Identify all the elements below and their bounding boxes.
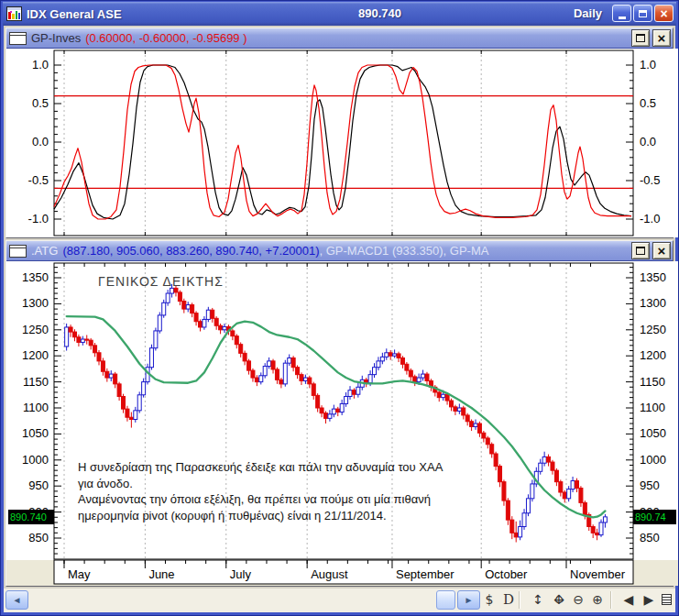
svg-text:1150: 1150 (640, 375, 665, 389)
indicator-maximize-button[interactable] (631, 29, 650, 47)
svg-text:950: 950 (28, 478, 49, 492)
svg-text:-0.5: -0.5 (640, 173, 660, 187)
svg-text:1200: 1200 (640, 348, 666, 362)
svg-text:1150: 1150 (23, 375, 49, 389)
analyst-annotation: Η συνεδρίαση της Παρασκευής έδειξε και π… (78, 459, 509, 523)
application-window: IDX General ASE 890.740 Daily × GP-Inves… (0, 0, 679, 616)
oscillator-chart[interactable]: 1.01.00.50.50.00.0-0.5-0.5-1.0-1.0 (6, 49, 678, 237)
periodicity-daily-button[interactable]: D (499, 590, 518, 610)
month-label: May (68, 567, 91, 581)
svg-text:0.0: 0.0 (32, 135, 49, 148)
minimize-icon (619, 16, 626, 19)
svg-text:1350: 1350 (22, 270, 49, 284)
svg-text:-0.5: -0.5 (28, 173, 49, 187)
month-label: June (148, 567, 174, 581)
candlestick-chart[interactable]: 8508509009009509501000100010501050110011… (6, 261, 678, 586)
svg-text:950: 950 (640, 478, 660, 492)
svg-text:0.0: 0.0 (640, 135, 656, 148)
svg-text:-1.0: -1.0 (28, 212, 49, 226)
maximize-icon (636, 247, 645, 255)
annotation-line: Η συνεδρίαση της Παρασκευής έδειξε και π… (78, 459, 509, 476)
window-titlebar[interactable]: IDX General ASE 890.740 Daily × (3, 2, 676, 26)
refresh-button[interactable]: $ (480, 590, 498, 610)
list-icon (662, 594, 672, 605)
svg-text:1100: 1100 (23, 401, 49, 414)
app-chart-icon (6, 6, 22, 21)
month-label: September (396, 567, 454, 581)
svg-text:1300: 1300 (640, 296, 666, 310)
svg-text:0.5: 0.5 (32, 96, 49, 110)
price-close-button[interactable]: × (652, 242, 671, 259)
svg-text:1000: 1000 (640, 453, 666, 467)
svg-text:0.5: 0.5 (640, 96, 656, 110)
chart-symbol-label: ΓΕΝΙΚΟΣ ΔΕΙΚΤΗΣ (98, 274, 224, 289)
svg-text:1.0: 1.0 (32, 58, 49, 72)
svg-text:850: 850 (640, 531, 660, 544)
svg-text:1050: 1050 (640, 426, 666, 440)
indicator-name: GP-Inves (31, 31, 81, 45)
indicator-panel-titlebar[interactable]: GP-Inves (0.60000, -0.60000, -0.95699 ) … (6, 28, 673, 49)
indicator-values: (0.60000, -0.60000, -0.95699 ) (85, 31, 246, 45)
scroll-chart-left-button[interactable]: ◀ (619, 590, 638, 610)
scrollbar-right-arrow[interactable]: ► (457, 590, 480, 610)
oscillator-chart-area[interactable]: 1.01.00.50.50.00.0-0.5-0.5-1.0-1.0 (6, 49, 673, 237)
price-chart-area[interactable]: 8508509009009509501000100010501050110011… (6, 261, 673, 586)
panel-window-icon (9, 32, 27, 45)
scrollbar-left-arrow[interactable]: ◄ (5, 590, 28, 610)
svg-text:-1.0: -1.0 (640, 212, 660, 226)
svg-text:1000: 1000 (22, 453, 49, 467)
indicator-panel: GP-Inves (0.60000, -0.60000, -0.95699 ) … (5, 28, 674, 238)
annotation-line: ημερομηνία pivot (κορυφή ή πυθμένας) είν… (78, 508, 509, 524)
indicator-close-button[interactable]: × (652, 29, 671, 47)
symbol-name: .ATG (31, 244, 58, 258)
chart-workspace: GP-Inves (0.60000, -0.60000, -0.95699 ) … (4, 26, 675, 588)
titlebar-last-price: 890.740 (358, 6, 401, 20)
svg-text:1100: 1100 (640, 401, 665, 414)
price-panel: .ATG (887.180, 905.060, 883.260, 890.740… (5, 240, 674, 587)
overlay-indicators-label: , GP-MACD1 (933.350), GP-MA (319, 244, 488, 258)
price-panel-titlebar[interactable]: .ATG (887.180, 905.060, 883.260, 890.740… (6, 241, 673, 261)
svg-text:1050: 1050 (22, 426, 49, 440)
month-label: November (570, 567, 626, 581)
move-button[interactable]: ↔↕ (550, 590, 568, 610)
svg-text:1300: 1300 (22, 296, 49, 310)
maximize-icon (636, 34, 645, 42)
last-price-tag-left: 890.740 (8, 510, 54, 524)
zoom-in-button[interactable]: ⊕ (588, 590, 607, 610)
move-icon: ↔↕ (550, 590, 568, 610)
bottom-toolbar: ◄ ► $D↕↔↕⊖⊕◀▶ (4, 588, 675, 612)
scroll-chart-right-button[interactable]: ▶ (640, 590, 658, 610)
svg-text:850: 850 (28, 531, 49, 544)
month-label: August (311, 567, 348, 581)
last-price-tag-right: 890.74 (633, 510, 676, 524)
fit-vertical-button[interactable]: ↕ (529, 590, 547, 610)
zoom-out-button[interactable]: ⊖ (569, 590, 587, 610)
annotation-line: για άνοδο. (78, 476, 509, 492)
window-title: IDX General ASE (27, 7, 122, 21)
svg-text:1350: 1350 (640, 270, 666, 284)
panel-window-icon (9, 245, 27, 258)
toolbar-separator (610, 591, 612, 609)
maximize-button[interactable] (633, 5, 652, 22)
svg-text:1200: 1200 (22, 348, 49, 362)
month-label: July (230, 567, 252, 581)
toolbar-separator (519, 591, 520, 609)
annotation-line: Αναμένοντας την όποια εξέλιξη, θα πρέπει… (78, 491, 509, 508)
periodicity-label: Daily (574, 6, 602, 20)
svg-text:1250: 1250 (640, 323, 666, 336)
price-maximize-button[interactable] (631, 242, 650, 259)
minimize-button[interactable] (612, 5, 631, 22)
scrollbar-thumb[interactable] (436, 590, 455, 610)
month-label: October (485, 567, 528, 581)
svg-text:1250: 1250 (22, 323, 49, 336)
svg-text:1.0: 1.0 (640, 58, 656, 72)
quote-list-button[interactable] (657, 590, 675, 610)
maximize-icon (639, 10, 647, 17)
close-button[interactable]: × (654, 5, 674, 22)
ohlc-values: (887.180, 905.060, 883.260, 890.740, +7.… (62, 244, 319, 258)
